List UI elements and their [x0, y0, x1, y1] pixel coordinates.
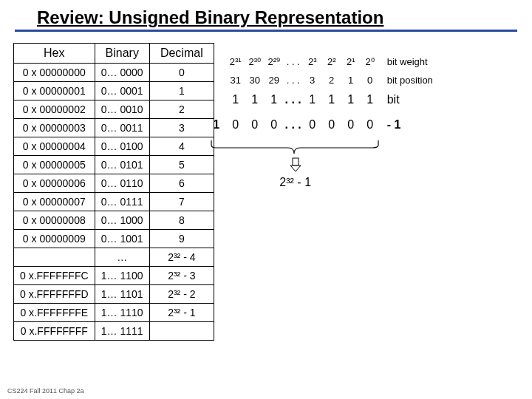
c30: 0 [245, 118, 265, 132]
cell-hex: 0 x 00000003 [14, 119, 95, 137]
cell-hex: 0 x.FFFFFFFD [14, 285, 95, 304]
b1: 1 [341, 93, 361, 106]
cell-hex [14, 248, 95, 267]
b3: 1 [303, 93, 322, 106]
c29: 0 [265, 118, 284, 132]
cell-hex: 0 x 00000002 [14, 100, 95, 119]
cell-dec: 2³² - 1 [149, 304, 214, 322]
table-row: 0 x.FFFFFFFC1… 11002³² - 3 [14, 267, 214, 285]
cell-dec: 2 [149, 100, 214, 119]
table-row: 0 x 000000030… 00113 [14, 119, 214, 137]
cell-bin: 0… 0000 [95, 64, 149, 82]
table-row: 0 x.FFFFFFFF1… 1111 [14, 322, 214, 341]
cell-dec: 0 [149, 64, 214, 82]
cell-bin: 0… 0110 [95, 174, 149, 193]
cell-bin: 0… 0001 [95, 82, 149, 100]
lead1: 1 [207, 118, 226, 132]
cell-dec: 4 [149, 137, 214, 156]
w29: 2²⁹ [265, 56, 284, 67]
cell-hex: 0 x.FFFFFFFF [14, 322, 95, 341]
w3: 2³ [303, 56, 322, 67]
calc-row: 1 0 0 0 . . . 0 0 0 0 - 1 [207, 118, 433, 132]
p0: 0 [361, 75, 380, 86]
bit-position-row: 31 30 29 . . . 3 2 1 0 bit position [226, 75, 433, 86]
p30: 30 [245, 75, 265, 86]
c31: 0 [226, 118, 245, 132]
cell-bin: 1… 1100 [95, 267, 149, 285]
w0: 2⁰ [361, 56, 380, 67]
cell-dec: 6 [149, 174, 214, 193]
cell-bin: 0… 0010 [95, 100, 149, 119]
cell-hex: 0 x 00000008 [14, 211, 95, 230]
conversion-table: Hex Binary Decimal 0 x 000000000… 000000… [13, 43, 214, 341]
table-row: 0 x.FFFFFFFD1… 11012³² - 2 [14, 285, 214, 304]
down-arrow-icon [207, 157, 384, 174]
cell-dec: 1 [149, 82, 214, 100]
cell-dec: 3 [149, 119, 214, 137]
cell-bin: 0… 1001 [95, 230, 149, 248]
c0: 0 [361, 118, 380, 132]
dots3: . . . [284, 93, 303, 106]
cell-bin: 0… 0011 [95, 119, 149, 137]
svg-marker-1 [290, 166, 301, 171]
w1: 2¹ [341, 56, 361, 67]
cell-hex: 0 x 00000005 [14, 156, 95, 174]
cell-hex: 0 x 00000000 [14, 64, 95, 82]
cell-hex: 0 x 00000004 [14, 137, 95, 156]
col-hex: Hex [14, 44, 95, 64]
cell-hex: 0 x 00000006 [14, 174, 95, 193]
b29: 1 [265, 93, 284, 106]
page-title: Review: Unsigned Binary Representation [15, 0, 517, 32]
dots: . . . [284, 56, 303, 67]
cell-bin: 0… 0101 [95, 156, 149, 174]
cell-hex: 0 x.FFFFFFFE [14, 304, 95, 322]
b0: 1 [361, 93, 380, 106]
bit-weight-row: 2³¹ 2³⁰ 2²⁹ . . . 2³ 2² 2¹ 2⁰ bit weight [226, 56, 433, 67]
cell-bin: 1… 1101 [95, 285, 149, 304]
power-result: 2³² - 1 [207, 176, 384, 189]
weight-label: bit weight [387, 56, 428, 67]
col-decimal: Decimal [149, 44, 214, 64]
table-row: 0 x 000000080… 10008 [14, 211, 214, 230]
c2: 0 [322, 118, 341, 132]
cell-dec: 2³² - 2 [149, 285, 214, 304]
svg-rect-0 [293, 158, 299, 166]
p1: 1 [341, 75, 361, 86]
cell-bin: 1… 1110 [95, 304, 149, 322]
pos-label: bit position [387, 75, 433, 86]
table-row: 0 x.FFFFFFFE1… 11102³² - 1 [14, 304, 214, 322]
w30: 2³⁰ [245, 56, 265, 67]
cell-bin: 1… 1111 [95, 322, 149, 341]
cell-dec: 2³² - 3 [149, 267, 214, 285]
footer-text: CS224 Fall 2011 Chap 2a [7, 387, 84, 395]
cell-dec: 8 [149, 211, 214, 230]
cell-bin: 0… 0111 [95, 193, 149, 211]
p31: 31 [226, 75, 245, 86]
table-row: 0 x 000000090… 10019 [14, 230, 214, 248]
cell-hex: 0 x.FFFFFFFC [14, 267, 95, 285]
cell-bin: 0… 1000 [95, 211, 149, 230]
cell-dec: 2³² - 4 [149, 248, 214, 267]
table-row: 0 x 000000000… 00000 [14, 64, 214, 82]
dots4: . . . [284, 118, 303, 132]
p29: 29 [265, 75, 284, 86]
table-row: 0 x 000000070… 01117 [14, 193, 214, 211]
bit-diagram: 2³¹ 2³⁰ 2²⁹ . . . 2³ 2² 2¹ 2⁰ bit weight… [214, 43, 433, 341]
table-row: 0 x 000000060… 01106 [14, 174, 214, 193]
c3: 0 [303, 118, 322, 132]
c1: 0 [341, 118, 361, 132]
cell-hex: 0 x 00000007 [14, 193, 95, 211]
cell-bin: … [95, 248, 149, 267]
w2: 2² [322, 56, 341, 67]
bit-row: 1 1 1 . . . 1 1 1 1 bit [226, 93, 433, 106]
minus-one: - 1 [387, 118, 401, 132]
col-binary: Binary [95, 44, 149, 64]
bit-label: bit [387, 93, 400, 106]
w31: 2³¹ [226, 56, 245, 67]
cell-dec: 7 [149, 193, 214, 211]
b30: 1 [245, 93, 265, 106]
content-area: Hex Binary Decimal 0 x 000000000… 000000… [0, 43, 532, 341]
table-row: 0 x 000000050… 01015 [14, 156, 214, 174]
table-row: …2³² - 4 [14, 248, 214, 267]
cell-hex: 0 x 00000001 [14, 82, 95, 100]
